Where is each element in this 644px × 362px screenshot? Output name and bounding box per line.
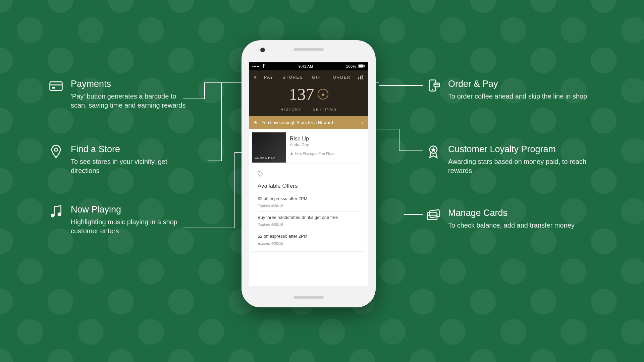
tag-icon: [258, 171, 360, 178]
svg-rect-20: [362, 75, 363, 79]
album-art-label: ANDRA DAY: [255, 157, 275, 160]
equalizer-icon: [290, 152, 293, 156]
offer-expires: Expires 4/30/16: [258, 204, 360, 208]
svg-rect-23: [292, 153, 293, 155]
phone-earpiece: [293, 48, 324, 51]
album-art: ANDRA DAY: [252, 132, 286, 163]
star-icon: ★: [318, 89, 328, 100]
subtab-history[interactable]: HISTORY: [280, 107, 302, 111]
subtab-settings[interactable]: SETTINGS: [313, 107, 337, 111]
np-location: Now Playing at Pike Place: [295, 152, 334, 156]
svg-rect-19: [360, 76, 361, 79]
signal-icon: •••••: [252, 64, 260, 68]
phone-homebar: [293, 296, 324, 299]
now-playing-card[interactable]: ANDRA DAY Rise Up Andra Day Now Playing …: [252, 132, 365, 163]
svg-rect-22: [291, 153, 292, 155]
reward-banner[interactable]: ★ You have enough Stars for a Reward ›: [249, 116, 368, 129]
offer-expires: Expires 4/30/16: [258, 223, 360, 227]
svg-rect-16: [359, 65, 363, 67]
svg-point-24: [259, 172, 260, 173]
stars-count-row: 137 ★: [289, 84, 328, 104]
offer-title: $2 off espresso after 2PM: [258, 196, 360, 202]
svg-rect-18: [358, 77, 359, 79]
phone-mock: ••••• 9:41 AM 100% ≡ PAY STORES: [241, 40, 376, 307]
wifi-icon: [262, 64, 266, 68]
np-location-row: Now Playing at Pike Place: [290, 152, 334, 156]
app-header: ≡ PAY STORES GIFT ORDER 137 ★ HISTORY SE…: [249, 70, 368, 116]
np-title: Rise Up: [290, 136, 334, 142]
np-artist: Andra Day: [290, 142, 334, 147]
bars-icon[interactable]: [358, 75, 363, 80]
battery-icon: [358, 64, 365, 68]
menu-icon[interactable]: ≡: [254, 75, 257, 80]
offer-title: $2 off espresso after 2PM: [258, 234, 360, 239]
stars-count: 137: [289, 84, 314, 104]
offer-item[interactable]: $2 off espresso after 2PM Expires 4/30/1…: [258, 230, 360, 249]
sub-tabs: HISTORY SETTINGS: [249, 107, 368, 111]
star-filled-icon: ★: [254, 120, 258, 125]
offer-item[interactable]: Buy three handcrafted drinks get one fre…: [258, 212, 360, 230]
svg-rect-17: [364, 65, 365, 67]
app-tabs: ≡ PAY STORES GIFT ORDER: [249, 70, 368, 83]
offers-header: Available Offers: [258, 183, 360, 189]
tab-gift[interactable]: GIFT: [310, 74, 326, 81]
svg-point-14: [263, 67, 264, 68]
status-bar: ••••• 9:41 AM 100%: [249, 62, 368, 70]
offer-expires: Expires 4/30/16: [258, 241, 360, 245]
diagram-stage: Payments 'Pay' button generates a barcod…: [0, 0, 644, 362]
offer-title: Buy three handcrafted drinks get one fre…: [258, 215, 360, 221]
status-time: 9:41 AM: [299, 64, 313, 68]
svg-rect-21: [290, 154, 290, 155]
offer-item[interactable]: $2 off espresso after 2PM Expires 4/30/1…: [258, 193, 360, 212]
reward-banner-text: You have enough Stars for a Reward: [262, 120, 333, 125]
tab-stores[interactable]: STORES: [280, 74, 305, 81]
chevron-right-icon: ›: [362, 120, 364, 126]
offers-card: Available Offers $2 off espresso after 2…: [252, 166, 365, 251]
tab-order[interactable]: ORDER: [331, 74, 353, 81]
phone-screen: ••••• 9:41 AM 100% ≡ PAY STORES: [249, 62, 368, 286]
tab-pay[interactable]: PAY: [262, 74, 275, 81]
status-battery-text: 100%: [346, 64, 356, 68]
